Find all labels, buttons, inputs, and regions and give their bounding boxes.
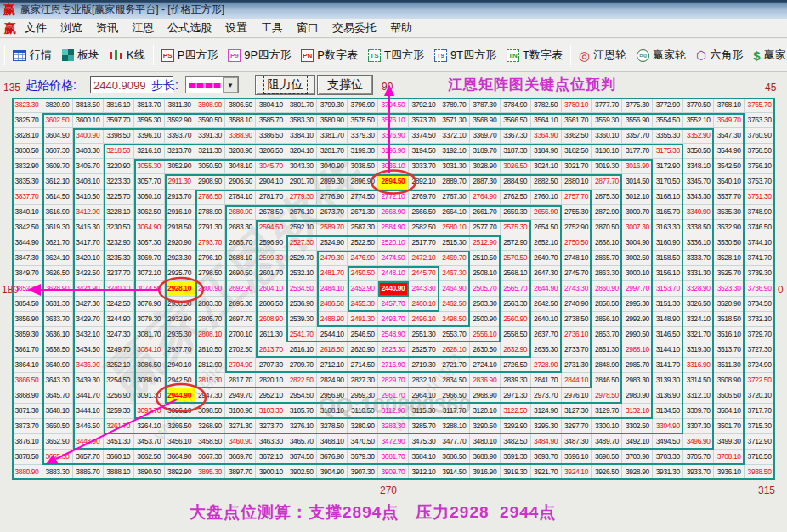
toolbar-button-1[interactable]: 板块 — [57, 46, 105, 65]
gann-cell: 3331.30 — [683, 266, 714, 281]
menu-item-1[interactable]: 浏览 — [54, 19, 89, 37]
gann-cell: 3796.90 — [348, 98, 378, 113]
gann-cell: 2702.50 — [225, 342, 256, 358]
gann-cell: 2997.70 — [622, 281, 653, 297]
gann-cell: 2522.50 — [348, 235, 378, 251]
gann-cell: 3621.70 — [42, 235, 73, 251]
gann-cell: 2589.70 — [317, 220, 348, 235]
gann-cell: 3192.10 — [439, 144, 470, 159]
menu-item-4[interactable]: 公式选股 — [161, 19, 218, 37]
box-icon: PS — [161, 49, 174, 62]
toolbar-button-10[interactable]: Big赢家轮 — [631, 46, 691, 65]
gann-cell: 2923.30 — [165, 251, 195, 266]
gann-cell: 3655.30 — [42, 450, 73, 465]
gann-cell: 3127.30 — [562, 404, 592, 419]
toolbar-button-11[interactable]: ⬡六角形 — [691, 46, 748, 65]
toolbar-separator — [4, 45, 5, 65]
gann-cell: 3631.30 — [42, 297, 73, 312]
hexagon-icon: ⬡ — [696, 49, 706, 62]
gann-cell: 3242.50 — [104, 297, 134, 312]
gann-cell: 2695.30 — [225, 297, 256, 312]
chevron-down-icon[interactable]: ▼ — [223, 77, 238, 93]
gann-cell: 3151.30 — [653, 297, 683, 312]
gann-cell: 3710.50 — [745, 450, 775, 465]
gann-cell: 3103.30 — [256, 404, 286, 419]
angle-label-45: 45 — [765, 82, 776, 93]
gann-cell: 3758.50 — [745, 144, 775, 159]
gann-cell: 2798.50 — [195, 266, 226, 281]
gann-cell: 2683.30 — [225, 220, 256, 235]
menu-item-8[interactable]: 交易委托 — [326, 19, 383, 37]
gann-cell: 3532.90 — [714, 220, 745, 235]
gann-cell: 3276.10 — [286, 419, 317, 434]
gann-cell: 3285.70 — [409, 419, 439, 434]
gann-cell: 2824.90 — [317, 373, 348, 388]
page-title: 江恩矩阵图关键点位预判 — [448, 75, 616, 94]
gann-cell: 3525.70 — [714, 266, 745, 281]
gann-cell: 3559.30 — [592, 113, 622, 128]
toolbar-button-5[interactable]: PNP数字表 — [296, 46, 363, 65]
gann-cell: 3744.10 — [745, 235, 775, 251]
gann-cell: 3319.30 — [683, 342, 714, 358]
menu-item-3[interactable]: 江恩 — [125, 19, 161, 37]
gann-cell: 2781.70 — [256, 190, 286, 205]
toolbar-button-8[interactable]: TNT数字表 — [501, 46, 568, 65]
gann-cell: 2596.90 — [256, 235, 286, 251]
gann-cell: 3271.30 — [225, 419, 256, 434]
gann-cell: 2498.50 — [439, 312, 470, 327]
toolbar-button-7[interactable]: T99T四方形 — [429, 46, 501, 65]
gann-cell: 3542.50 — [714, 159, 745, 174]
gann-cell: 3468.10 — [317, 434, 348, 450]
gann-cell: 3751.30 — [745, 190, 775, 205]
gann-cell: 2858.50 — [592, 297, 622, 312]
gann-cell: 2976.10 — [562, 388, 592, 404]
gann-cell: 3360.10 — [592, 128, 622, 144]
toolbar-button-12[interactable]: $赢家服务 — [748, 46, 787, 65]
gann-cell: 3028.90 — [470, 159, 501, 174]
menu-item-7[interactable]: 窗口 — [290, 19, 326, 37]
gann-cell: 2810.50 — [195, 342, 226, 358]
gann-cell: 2637.70 — [531, 327, 562, 342]
gann-cell: 3448.90 — [73, 434, 104, 450]
gann-cell: 2558.50 — [501, 327, 531, 342]
gann-cell: 3052.90 — [165, 159, 195, 174]
gann-cell: 2820.10 — [256, 373, 286, 388]
support-button[interactable]: 支撑位 — [317, 75, 373, 95]
menu-item-2[interactable]: 资讯 — [89, 19, 125, 37]
toolbar-button-4[interactable]: P99P四方形 — [223, 46, 296, 65]
gann-cell: 3014.50 — [622, 174, 653, 190]
menu-item-5[interactable]: 设置 — [218, 19, 254, 37]
toolbar-separator — [570, 45, 571, 65]
toolbar-label: 赢家服务 — [764, 48, 787, 63]
gann-cell: 2954.50 — [286, 388, 317, 404]
gann-cell: 3288.10 — [439, 419, 470, 434]
menu-item-6[interactable]: 工具 — [254, 19, 290, 37]
toolbar-button-2[interactable]: K线 — [105, 46, 150, 65]
gann-cell: 3280.90 — [348, 419, 378, 434]
gann-cell: 3780.10 — [562, 98, 592, 113]
menu-item-0[interactable]: 文件 — [18, 19, 54, 37]
gann-cell: 2479.30 — [317, 251, 348, 266]
step-combobox[interactable]: ▼ — [185, 76, 239, 93]
gann-cell: 3595.30 — [134, 113, 165, 128]
gann-cell: 2995.30 — [622, 297, 653, 312]
gann-cell: 3120.10 — [470, 404, 501, 419]
gann-cell: 3268.90 — [195, 419, 226, 434]
gann-cell: 2937.70 — [165, 342, 195, 358]
gann-cell: 3499.30 — [714, 434, 745, 450]
gann-cell: 3484.90 — [531, 434, 562, 450]
gann-cell: 3340.90 — [683, 205, 714, 220]
gann-key-level-cell: 2944.90 — [165, 388, 195, 404]
toolbar-button-3[interactable]: PSP四方形 — [156, 46, 224, 65]
gann-cell: 2827.30 — [348, 373, 378, 388]
toolbar-button-9[interactable]: ◎江恩轮 — [574, 46, 631, 65]
gann-cell: 3645.70 — [42, 388, 73, 404]
toolbar-button-0[interactable]: 行情 — [8, 46, 57, 65]
toolbar-button-6[interactable]: TST四方形 — [363, 46, 429, 65]
start-price-label: 起始价格: — [25, 78, 76, 93]
menu-item-9[interactable]: 帮助 — [383, 19, 419, 37]
resistance-button[interactable]: 阻力位 — [255, 75, 315, 95]
gann-cell: 2841.70 — [531, 373, 562, 388]
gann-cell: 2920.90 — [165, 235, 195, 251]
gann-cell: 2889.70 — [439, 174, 470, 190]
